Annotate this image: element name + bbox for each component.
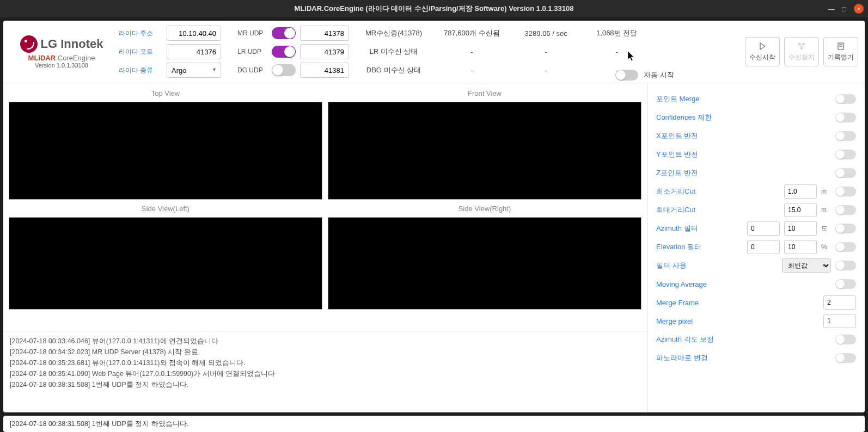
auto-start-toggle[interactable] xyxy=(615,70,638,81)
point-merge-label: 포인트 Merge xyxy=(656,94,831,104)
side-left-view-canvas[interactable] xyxy=(9,217,322,310)
log-panel: [2024-07-18 00:33:46.046] 뷰어(127.0.0.1:4… xyxy=(3,331,647,412)
x-invert-label: X포인트 반전 xyxy=(656,131,831,141)
top-toolbar: LG Innotek MLiDAR CoreEngine Version 1.0… xyxy=(3,21,865,83)
merge-pixel-input[interactable] xyxy=(823,314,856,328)
y-invert-label: Y포인트 반전 xyxy=(656,150,831,159)
min-cut-toggle[interactable] xyxy=(835,187,856,196)
azimuth-max-input[interactable] xyxy=(784,221,817,236)
z-invert-toggle[interactable] xyxy=(835,168,856,178)
lr-status: LR 미수신 상태 xyxy=(365,47,422,57)
max-cut-toggle[interactable] xyxy=(835,205,856,215)
log-line: [2024-07-18 00:35:23.681] 뷰어(127.0.0.1:4… xyxy=(10,357,640,368)
elevation-filter-toggle[interactable] xyxy=(835,242,856,252)
azimuth-angle-toggle[interactable] xyxy=(835,335,856,344)
azimuth-angle-label: Azimuth 각도 보정 xyxy=(656,335,831,344)
play-icon xyxy=(758,42,767,51)
recv-rate: 3289.06 / sec xyxy=(522,29,571,38)
merge-pixel-label: Merge pixel xyxy=(656,317,819,325)
version-text: Version 1.0.1.33108 xyxy=(35,62,88,69)
front-view-title: Front View xyxy=(328,89,641,97)
min-cut-label: 최소거리Cut xyxy=(656,187,780,196)
recv-count: 787,600개 수신됨 xyxy=(444,28,500,38)
lidar-addr-input[interactable] xyxy=(167,26,221,41)
document-icon xyxy=(836,42,845,51)
fwd-count: 1,068번 전달 xyxy=(592,28,641,38)
close-icon[interactable]: × xyxy=(854,4,864,14)
filter-use-select[interactable]: 최빈값 xyxy=(782,258,831,273)
merge-frame-label: Merge Frame xyxy=(656,299,819,307)
lidar-addr-label: 라이다 주소 xyxy=(119,29,157,38)
start-recv-button[interactable]: 수신시작 xyxy=(745,37,780,66)
dg-udp-toggle[interactable] xyxy=(272,64,296,76)
panorama-label: 파노라마로 변경 xyxy=(656,353,831,363)
side-right-view-title: Side View(Right) xyxy=(328,205,641,213)
z-invert-label: Z포인트 반전 xyxy=(656,168,831,178)
maximize-icon[interactable]: □ xyxy=(841,5,847,13)
elevation-min-input[interactable] xyxy=(747,240,780,254)
max-cut-label: 최대거리Cut xyxy=(656,205,780,215)
front-view-canvas[interactable] xyxy=(328,102,641,200)
lr-udp-toggle[interactable] xyxy=(272,46,296,58)
lidar-type-label: 라이다 종류 xyxy=(119,66,157,75)
min-cut-input[interactable] xyxy=(784,184,817,199)
product-name: MLiDAR xyxy=(28,54,56,62)
brand-text: LG Innotek xyxy=(41,37,103,51)
lr-udp-port-input[interactable] xyxy=(300,44,349,59)
max-cut-input[interactable] xyxy=(784,203,817,217)
confidences-limit-label: Confidences 제한 xyxy=(656,113,831,122)
mr-udp-toggle[interactable] xyxy=(272,27,296,39)
lr-udp-label: LR UDP xyxy=(237,48,267,55)
point-merge-toggle[interactable] xyxy=(835,94,856,104)
minimize-icon[interactable]: — xyxy=(828,5,834,13)
elevation-max-input[interactable] xyxy=(784,240,817,254)
y-invert-toggle[interactable] xyxy=(835,150,856,159)
dg-udp-port-input[interactable] xyxy=(300,63,349,78)
settings-sidebar: 포인트 Merge Confidences 제한 X포인트 반전 Y포인트 반전… xyxy=(647,83,865,412)
stop-recv-button[interactable]: 수신정지 xyxy=(784,37,819,66)
lidar-type-select[interactable]: Argo xyxy=(167,63,221,78)
top-view-title: Top View xyxy=(9,89,322,97)
auto-start-label: 자동 시작 xyxy=(644,70,674,80)
window-titlebar: MLiDAR.CoreEngine (라이다 데이터 수신/Parsing/저장… xyxy=(0,0,868,17)
mr-udp-label: MR UDP xyxy=(237,29,267,37)
moving-average-label: Moving Average xyxy=(656,280,831,288)
confidences-limit-toggle[interactable] xyxy=(835,113,856,122)
status-bar-text: [2024-07-18 00:38:31.508] 1번째 UDP를 정지 하였… xyxy=(10,419,858,429)
azimuth-filter-toggle[interactable] xyxy=(835,224,856,233)
mr-udp-port-input[interactable] xyxy=(300,26,349,41)
status-bar: [2024-07-18 00:38:31.508] 1번째 UDP를 정지 하였… xyxy=(3,416,865,432)
mr-status: MR수신중(41378) xyxy=(365,28,422,38)
log-line: [2024-07-18 00:38:31.508] 1번째 UDP를 정지 하였… xyxy=(10,379,640,390)
filter-use-toggle[interactable] xyxy=(835,261,856,270)
panorama-toggle[interactable] xyxy=(835,353,856,363)
dg-udp-label: DG UDP xyxy=(237,66,267,74)
open-log-button[interactable]: 기록열기 xyxy=(823,37,858,66)
x-invert-toggle[interactable] xyxy=(835,131,856,141)
side-right-view-canvas[interactable] xyxy=(328,217,641,310)
view-grid: Top View Front View Side View(Left) Side… xyxy=(3,83,647,331)
top-view-canvas[interactable] xyxy=(9,102,322,200)
lidar-port-label: 라이다 포트 xyxy=(119,47,157,57)
azimuth-filter-label: Azimuth 필터 xyxy=(656,224,743,233)
azimuth-min-input[interactable] xyxy=(747,221,780,236)
lidar-port-input[interactable] xyxy=(167,44,221,59)
moving-average-toggle[interactable] xyxy=(835,279,856,289)
log-line: [2024-07-18 00:35:41.090] Web Page 뷰어(12… xyxy=(10,368,640,379)
stop-icon xyxy=(797,42,806,51)
logo-block: LG Innotek MLiDAR CoreEngine Version 1.0… xyxy=(10,35,113,69)
filter-use-label: 필터 사용 xyxy=(656,261,778,270)
side-left-view-title: Side View(Left) xyxy=(9,205,322,213)
log-line: [2024-07-18 00:33:46.046] 뷰어(127.0.0.1:4… xyxy=(10,336,640,347)
lg-logo-icon xyxy=(20,35,38,53)
dbg-status: DBG 미수신 상태 xyxy=(365,65,422,75)
window-title: MLiDAR.CoreEngine (라이다 데이터 수신/Parsing/저장… xyxy=(295,4,574,14)
merge-frame-input[interactable] xyxy=(823,295,856,310)
log-line: [2024-07-18 00:34:32.023] MR UDP Server … xyxy=(10,347,640,357)
elevation-filter-label: Elevation 필터 xyxy=(656,242,743,252)
